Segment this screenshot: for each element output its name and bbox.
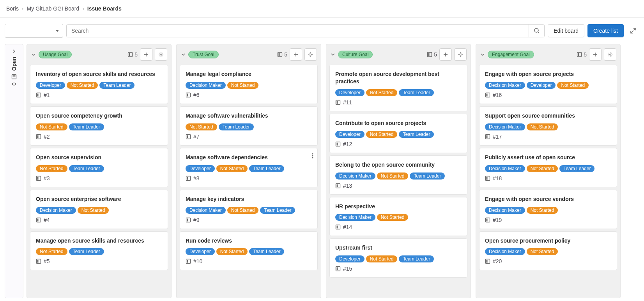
- card-label[interactable]: Decision Maker: [186, 82, 226, 89]
- card-label[interactable]: Decision Maker: [335, 214, 375, 221]
- issue-card[interactable]: Promote open source development best pra…: [329, 65, 467, 111]
- card-label[interactable]: Developer: [335, 89, 364, 96]
- card-label[interactable]: Team Leader: [260, 207, 295, 214]
- card-label[interactable]: Not Started: [227, 82, 259, 89]
- issue-card[interactable]: Open source procurement policyDecision M…: [479, 231, 617, 271]
- collapse-column-button[interactable]: [480, 52, 485, 57]
- card-label[interactable]: Decision Maker: [36, 207, 76, 214]
- card-label[interactable]: Team Leader: [219, 123, 254, 130]
- card-label[interactable]: Developer: [186, 165, 215, 172]
- card-label[interactable]: Decision Maker: [485, 123, 525, 130]
- column-label-pill[interactable]: Engagement Goal: [488, 51, 534, 58]
- create-list-button[interactable]: Create list: [587, 24, 624, 37]
- collapse-column-button[interactable]: [180, 52, 186, 57]
- card-label[interactable]: Not Started: [377, 173, 409, 180]
- card-label[interactable]: Decision Maker: [485, 248, 525, 255]
- card-label[interactable]: Not Started: [527, 165, 558, 172]
- card-label[interactable]: Team Leader: [399, 131, 434, 138]
- issue-card[interactable]: Engage with open source vendorsDecision …: [479, 190, 617, 229]
- card-label[interactable]: Team Leader: [249, 165, 284, 172]
- card-label[interactable]: Decision Maker: [335, 173, 375, 180]
- card-label[interactable]: Decision Maker: [186, 207, 226, 214]
- issue-card[interactable]: Open source supervisionNot StartedTeam L…: [30, 148, 168, 187]
- card-labels: Decision MakerNot Started: [335, 214, 462, 221]
- card-label[interactable]: Decision Maker: [485, 207, 525, 214]
- card-label[interactable]: Team Leader: [559, 165, 594, 172]
- card-label[interactable]: Team Leader: [99, 82, 134, 89]
- card-label[interactable]: Team Leader: [399, 89, 434, 96]
- breadcrumb-link[interactable]: Boris: [6, 5, 19, 12]
- card-label[interactable]: Not Started: [527, 123, 558, 130]
- svg-rect-5: [129, 53, 130, 56]
- open-column-collapsed[interactable]: Open 0: [5, 44, 23, 298]
- add-card-button[interactable]: [589, 48, 602, 61]
- board-columns: Usage Goal 5 Inventory of open source sk…: [27, 44, 644, 298]
- search-input[interactable]: [67, 25, 529, 37]
- card-label[interactable]: Team Leader: [410, 173, 445, 180]
- column-label-pill[interactable]: Trust Goal: [188, 51, 219, 58]
- issue-card[interactable]: Inventory of open source skills and reso…: [30, 65, 168, 104]
- edit-board-button[interactable]: Edit board: [548, 24, 584, 37]
- issue-card[interactable]: Contribute to open source projectsDevelo…: [329, 114, 467, 153]
- issue-card[interactable]: Run code reviewsDeveloperNot StartedTeam…: [180, 231, 318, 271]
- card-label[interactable]: Decision Maker: [485, 165, 525, 172]
- fullscreen-button[interactable]: [627, 25, 639, 37]
- card-label[interactable]: Team Leader: [69, 123, 104, 130]
- card-label[interactable]: Team Leader: [69, 248, 104, 255]
- add-card-button[interactable]: [439, 48, 452, 61]
- issue-card[interactable]: HR perspectiveDecision MakerNot Started#…: [329, 197, 467, 236]
- card-label[interactable]: Not Started: [36, 248, 67, 255]
- card-label[interactable]: Not Started: [216, 248, 248, 255]
- breadcrumb-link[interactable]: My GitLab GGI Board: [27, 5, 80, 12]
- card-label[interactable]: Developer: [335, 131, 364, 138]
- card-label[interactable]: Developer: [186, 248, 215, 255]
- card-label[interactable]: Decision Maker: [485, 82, 525, 89]
- collapse-column-button[interactable]: [330, 52, 336, 57]
- card-label[interactable]: Not Started: [78, 207, 109, 214]
- add-card-button[interactable]: [290, 48, 302, 61]
- card-label[interactable]: Not Started: [36, 123, 67, 130]
- add-card-button[interactable]: [140, 48, 152, 61]
- card-label[interactable]: Not Started: [527, 248, 558, 255]
- issue-card[interactable]: Support open source communitiesDecision …: [479, 106, 617, 146]
- card-label[interactable]: Team Leader: [399, 255, 434, 262]
- card-label[interactable]: Not Started: [366, 131, 398, 138]
- card-label[interactable]: Not Started: [67, 82, 98, 89]
- card-menu-button[interactable]: [312, 153, 313, 158]
- card-label[interactable]: Developer: [527, 82, 556, 89]
- card-label[interactable]: Not Started: [227, 207, 259, 214]
- column-label-pill[interactable]: Usage Goal: [39, 51, 72, 58]
- card-label[interactable]: Developer: [335, 255, 364, 262]
- card-label[interactable]: Not Started: [186, 123, 217, 130]
- column-settings-button[interactable]: [454, 48, 467, 61]
- board-select-dropdown[interactable]: GGI Activities/Go…: [5, 24, 63, 38]
- issue-card[interactable]: Open source enterprise softwareDecision …: [30, 190, 168, 229]
- card-label[interactable]: Not Started: [366, 255, 398, 262]
- column-settings-button[interactable]: [604, 48, 616, 61]
- card-label[interactable]: Not Started: [557, 82, 589, 89]
- issue-card[interactable]: Manage software dependenciesDeveloperNot…: [180, 148, 318, 187]
- card-label[interactable]: Developer: [36, 82, 65, 89]
- issue-card[interactable]: Engage with open source projectsDecision…: [479, 65, 617, 104]
- column-label-pill[interactable]: Culture Goal: [338, 51, 373, 58]
- card-label[interactable]: Not Started: [377, 214, 409, 221]
- issue-card[interactable]: Upstream firstDeveloperNot StartedTeam L…: [329, 238, 467, 278]
- issue-card[interactable]: Manage software vulnerabilitiesNot Start…: [180, 106, 318, 146]
- search-button[interactable]: [529, 25, 544, 37]
- issue-card[interactable]: Manage key indicatorsDecision MakerNot S…: [180, 190, 318, 229]
- card-label[interactable]: Team Leader: [249, 248, 284, 255]
- issue-card[interactable]: Manage legal complianceDecision MakerNot…: [180, 65, 318, 104]
- column-settings-button[interactable]: [155, 48, 167, 61]
- issue-card[interactable]: Belong to the open source communityDecis…: [329, 155, 467, 195]
- card-label[interactable]: Not Started: [366, 89, 398, 96]
- card-label[interactable]: Not Started: [36, 165, 67, 172]
- column-count: 5: [277, 51, 287, 58]
- card-label[interactable]: Team Leader: [69, 165, 104, 172]
- card-label[interactable]: Not Started: [527, 207, 558, 214]
- card-label[interactable]: Not Started: [216, 165, 248, 172]
- column-settings-button[interactable]: [304, 48, 317, 61]
- collapse-column-button[interactable]: [31, 52, 36, 57]
- issue-card[interactable]: Publicly assert use of open sourceDecisi…: [479, 148, 617, 187]
- issue-card[interactable]: Manage open source skills and resourcesN…: [30, 231, 168, 271]
- issue-card[interactable]: Open source competency growthNot Started…: [30, 106, 168, 146]
